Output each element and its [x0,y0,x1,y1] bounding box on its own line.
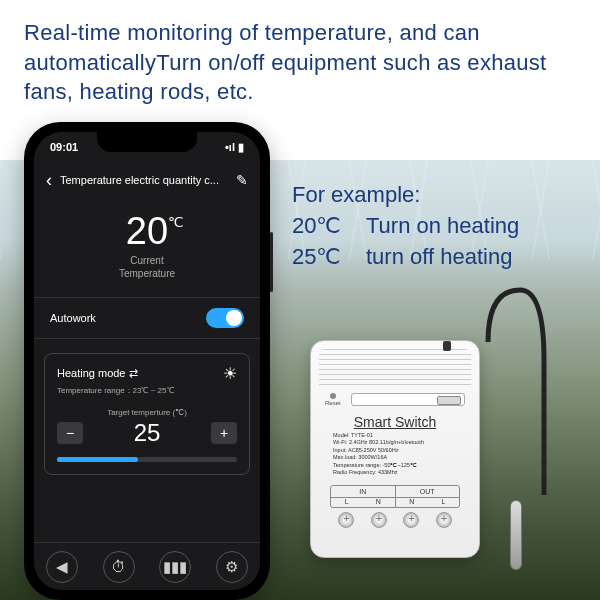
screw-icon [338,512,354,528]
current-temp-display: 20 ℃ Current Temperature [34,198,260,297]
in-label: IN [331,488,395,495]
app-title: Temperature electric quantity c... [60,174,228,186]
screw-icon [436,512,452,528]
edit-icon[interactable]: ✎ [236,172,248,188]
back-icon[interactable]: ‹ [46,170,52,191]
smart-switch-device: Reset Smart Switch Model: TYTE-01 Wi-Fi:… [310,340,540,570]
temp-label-2: Temperature [34,268,260,279]
target-label: Target temperture (℃) [57,408,237,417]
cable-outlet [443,341,451,351]
nav-back-icon[interactable]: ◀ [46,551,78,583]
example-block: For example: 20℃Turn on heating 25℃turn … [292,180,519,272]
spec-wifi: Wi-Fi: 2.4GHz 802.11b/g/n+bluetooth [333,439,457,446]
decrease-button[interactable]: − [57,422,83,444]
headline-text: Real-time monitoring of temperature, and… [24,18,576,107]
temp-label-1: Current [34,255,260,266]
example-line1-action: Turn on heating [366,213,519,238]
autowork-toggle[interactable] [206,308,244,328]
heating-mode-card: Heating mode ⇄ ☀ Temperature range：23℃ ~… [44,353,250,475]
nav-stats-icon[interactable]: ▮▮▮ [159,551,191,583]
spec-maxload: Max.load: 3000W/16A [333,454,457,461]
phone-screen: 09:01 •ıl ▮ ‹ Temperature electric quant… [34,132,260,590]
phone-mockup: 09:01 •ıl ▮ ‹ Temperature electric quant… [24,122,270,600]
example-line2-temp: 25℃ [292,242,366,273]
temp-slider[interactable] [57,457,237,462]
example-title: For example: [292,180,519,211]
phone-notch [97,132,197,152]
reset-button[interactable] [330,393,336,399]
increase-button[interactable]: + [211,422,237,444]
temp-range: Temperature range：23℃ ~ 25℃ [57,385,237,396]
temp-number: 20 [126,210,168,252]
temperature-probe [510,500,522,570]
app-header: ‹ Temperature electric quantity c... ✎ [34,162,260,198]
phone-side-button [270,232,273,292]
nav-timer-icon[interactable]: ⏱ [103,551,135,583]
example-line1-temp: 20℃ [292,211,366,242]
screw-icon [403,512,419,528]
autowork-row[interactable]: Autowork [34,297,260,339]
device-body: Reset Smart Switch Model: TYTE-01 Wi-Fi:… [310,340,480,558]
screw-icon [371,512,387,528]
nav-settings-icon[interactable]: ⚙ [216,551,248,583]
status-time: 09:01 [50,141,78,153]
out-L: L [441,498,445,505]
reset-label: Reset [325,400,341,406]
out-N: N [409,498,414,505]
spec-model: Model: TYTE-01 [333,432,457,439]
temp-unit: ℃ [168,214,184,230]
spec-temprange: Temperature range: -50℃~125℃ [333,462,457,469]
autowork-label: Autowork [50,312,96,324]
mode-title: Heating mode ⇄ [57,367,138,380]
device-specs: Model: TYTE-01 Wi-Fi: 2.4GHz 802.11b/g/n… [319,432,471,477]
example-line2-action: turn off heating [366,244,512,269]
in-N: N [376,498,381,505]
terminal-screws [330,512,460,528]
device-vents [319,349,471,385]
target-value: 25 [134,419,161,447]
current-temp-value: 20 ℃ [126,210,168,253]
in-L: L [345,498,349,505]
terminal-block: IN LN OUT NL [330,485,460,508]
out-label: OUT [396,488,460,495]
sun-icon: ☀ [223,364,237,383]
slider-fill [57,457,138,462]
bottom-nav: ◀ ⏱ ▮▮▮ ⚙ [34,542,260,590]
spec-rf: Radio Frequency: 433Mhz [333,469,457,476]
device-title: Smart Switch [354,414,436,430]
spec-input: Input: AC85-250V 50/60Hz [333,447,457,454]
slide-switch[interactable] [351,393,465,406]
status-icons: •ıl ▮ [225,141,244,154]
